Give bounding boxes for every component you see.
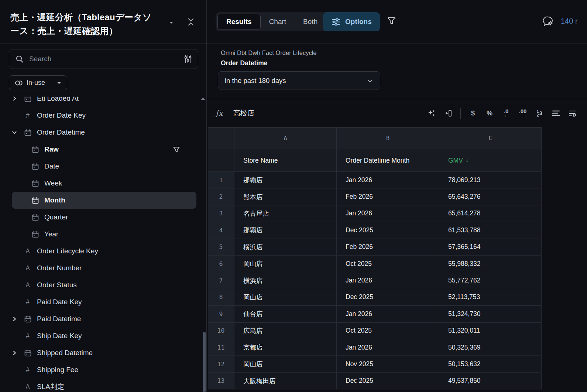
cell-store-name[interactable]: 那覇店 [234,172,337,188]
cell-order-month[interactable]: Jan 2026 [337,172,439,188]
cell-store-name[interactable]: 岡山店 [234,256,337,272]
cell-order-month[interactable]: Nov 2025 [337,356,439,372]
cell-order-month[interactable]: Dec 2025 [337,289,439,306]
scroll-up-indicator[interactable] [201,97,205,100]
row-number[interactable]: 5 [208,239,234,256]
header-gmv[interactable]: GMV ↓ [439,149,542,172]
row-number[interactable]: 12 [208,356,234,372]
cell-gmv[interactable]: 50,153,632 [439,356,542,372]
sidebar-field-raw[interactable]: Raw [12,141,196,158]
chevron-right-icon[interactable] [12,315,23,323]
column-letter-c[interactable]: C [439,128,542,149]
row-number[interactable]: 2 [208,188,234,205]
sidebar-field-month[interactable]: Month [12,192,196,209]
cell-order-month[interactable]: Dec 2025 [337,222,439,239]
cell-store-name[interactable]: 岡山店 [234,289,337,306]
currency-format-icon[interactable]: $ [468,108,477,118]
cell-gmv[interactable]: 50,325,369 [439,339,542,356]
sidebar-field-year[interactable]: Year [12,226,196,243]
cell-order-month[interactable]: Feb 2026 [337,239,439,256]
tab-chart[interactable]: Chart [261,14,295,30]
cell-gmv[interactable]: 49,537,850 [439,373,542,389]
sidebar-field-order-date-key[interactable]: # Order Date Key [12,107,196,124]
sidebar-scrollbar-thumb[interactable] [203,332,206,392]
in-use-filter-chip[interactable]: In-use [9,75,67,90]
sidebar-field-order-lifecycle-key[interactable]: A Order Lifecycle Key [12,243,196,260]
cell-store-name[interactable]: 横浜店 [234,239,337,256]
row-number[interactable]: 4 [208,222,234,239]
cell-order-month[interactable]: Feb 2026 [337,188,439,205]
row-number[interactable]: 6 [208,256,234,272]
tab-both[interactable]: Both [295,14,326,30]
sort-desc-icon[interactable]: ↓ [466,157,469,164]
cell-order-month[interactable]: Oct 2025 [337,256,439,272]
chevron-down-icon[interactable] [12,129,23,136]
in-use-dropdown-caret[interactable] [51,76,67,90]
row-number[interactable]: 1 [208,172,234,188]
cell-order-month[interactable]: Jan 2026 [337,339,439,356]
sidebar-field-sla判定[interactable]: A SLA判定 [12,378,196,392]
align-rows-icon[interactable] [552,108,560,118]
row-number[interactable]: 7 [208,272,234,289]
percent-format-icon[interactable]: % [485,108,494,118]
sidebar-field-week[interactable]: Week [12,175,196,192]
row-number[interactable]: 10 [208,323,234,339]
sidebar-field-shipping-fee[interactable]: # Shipping Fee [12,361,196,378]
chevron-right-icon[interactable] [12,349,23,357]
cell-order-month[interactable]: Jan 2026 [337,272,439,289]
cell-gmv[interactable]: 55,988,332 [439,256,542,272]
decrease-decimal-icon[interactable]: .0← [502,108,511,118]
search-box[interactable] [9,49,198,69]
ai-filter-icon[interactable] [386,15,397,27]
cell-gmv[interactable]: 65,614,278 [439,205,542,222]
cell-order-month[interactable]: Dec 2025 [337,373,439,389]
cell-store-name[interactable]: 熊本店 [234,188,337,205]
sidebar-field-order-datetime[interactable]: Order Datetime [12,124,196,141]
sort-numbers-icon[interactable]: 12 3 [535,108,544,118]
cell-gmv[interactable]: 57,365,164 [439,239,542,256]
corner-cell[interactable] [208,128,234,149]
formula-input[interactable]: 高松店 [233,108,427,118]
tab-results[interactable]: Results [217,14,261,30]
header-order-month[interactable]: Order Datetime Month [337,149,439,172]
date-range-select[interactable]: in the past 180 days [218,71,380,90]
cell-store-name[interactable]: 広島店 [234,323,337,339]
cell-gmv[interactable]: 52,113,753 [439,289,542,306]
cell-gmv[interactable]: 55,772,762 [439,272,542,289]
sidebar-field-paid-date-key[interactable]: # Paid Date Key [12,294,196,311]
cell-gmv[interactable]: 51,320,011 [439,323,542,339]
cell-store-name[interactable]: 大阪梅田店 [234,373,337,389]
cell-order-month[interactable]: Jan 2026 [337,306,439,322]
sidebar-field-quarter[interactable]: Quarter [12,209,196,226]
sidebar-field-etl-loaded-at[interactable]: Etl Loaded At [12,97,196,107]
row-number[interactable]: 9 [208,306,234,322]
cell-order-month[interactable]: Oct 2025 [337,323,439,339]
ai-sparkle-icon[interactable] [427,108,436,118]
cell-store-name[interactable]: 那覇店 [234,222,337,239]
column-letter-a[interactable]: A [234,128,337,149]
header-store-name[interactable]: Store Name [234,149,337,172]
increase-decimal-icon[interactable]: .00→ [518,108,527,118]
collapse-panel-icon[interactable] [186,15,195,28]
cell-gmv[interactable]: 51,324,730 [439,306,542,322]
cell-gmv[interactable]: 65,643,276 [439,188,542,205]
cell-gmv[interactable]: 61,533,788 [439,222,542,239]
cell-gmv[interactable]: 78,069,213 [439,172,542,188]
sidebar-field-date[interactable]: Date [12,158,196,175]
sidebar-field-order-number[interactable]: A Order Number [12,260,196,277]
search-input[interactable] [29,55,184,63]
cell-store-name[interactable]: 名古屋店 [234,205,337,222]
cell-store-name[interactable]: 京都店 [234,339,337,356]
row-number[interactable]: 13 [208,373,234,389]
wrap-text-icon[interactable] [568,108,577,118]
cell-store-name[interactable]: 横浜店 [234,272,337,289]
column-letter-b[interactable]: B [337,128,439,149]
sidebar-field-shipped-datetime[interactable]: Shipped Datetime [12,344,196,361]
row-number[interactable]: 3 [208,205,234,222]
search-filter-icon[interactable] [184,55,192,63]
in-use-toggle[interactable]: In-use [9,76,51,90]
sidebar-field-paid-datetime[interactable]: Paid Datetime [12,311,196,327]
cell-store-name[interactable]: 岡山店 [234,356,337,372]
row-number[interactable]: 11 [208,339,234,356]
sidebar-field-ship-date-key[interactable]: # Ship Date Key [12,327,196,344]
